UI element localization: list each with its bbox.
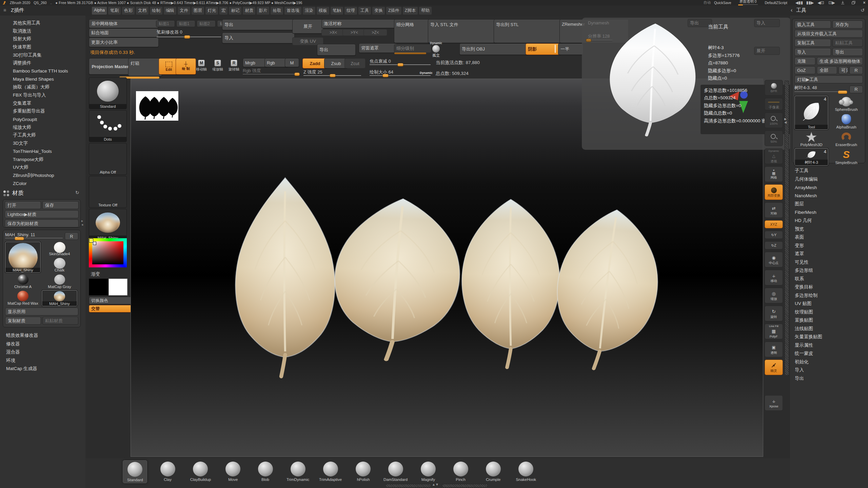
panel-expand-button[interactable]: 展开: [754, 47, 780, 55]
save-as-button[interactable]: 另存为: [832, 21, 863, 28]
tool-section-item[interactable]: 纹理贴图: [790, 308, 868, 317]
paste-material-button[interactable]: 粘贴材质: [42, 317, 78, 325]
next-ui-icon[interactable]: ▮▮▶: [806, 0, 814, 5]
menu-item[interactable]: 材质: [242, 6, 256, 15]
zplugin-menu-item[interactable]: 调整插件: [0, 59, 85, 67]
lightbox-button[interactable]: 灯箱: [128, 58, 162, 76]
rotate-axis-button[interactable]: R 旋转轴: [226, 60, 241, 72]
brush-item[interactable]: SnakeHook: [514, 460, 538, 483]
export-button-1[interactable]: 导出: [222, 19, 295, 30]
right-shelf-button[interactable]: 透明: [765, 342, 783, 357]
brush-item[interactable]: TrimDynamic: [286, 460, 310, 483]
copy-material-button[interactable]: 复制材质: [5, 317, 41, 325]
brush-selector-thumb[interactable]: Standard: [89, 77, 127, 109]
material-open-button[interactable]: 打开: [5, 201, 41, 209]
zplugin-menu-item[interactable]: 多重贴图导出器: [0, 107, 85, 116]
material-selector-thumb[interactable]: MAH_Shiny: [89, 209, 127, 241]
tool-section-item[interactable]: 图层: [790, 200, 868, 208]
tool-thumb[interactable]: S SimpleBrush: [829, 148, 863, 165]
sym-x-button[interactable]: >X<: [321, 29, 345, 36]
brush-item[interactable]: Clay: [156, 460, 180, 483]
shadow-slider-handle[interactable]: [555, 45, 556, 53]
import-stl-button[interactable]: 导入 STL 文件: [428, 19, 497, 43]
material-slider-handle[interactable]: [15, 237, 24, 240]
make-polymesh-button[interactable]: 生成 多边形网格物体: [817, 57, 863, 65]
menu-item[interactable]: 色彩: [122, 6, 135, 15]
menu-item[interactable]: 编辑: [163, 6, 177, 15]
right-shelf-button[interactable]: 幽灵: [765, 360, 783, 375]
tool-section-item[interactable]: 遮罩: [790, 250, 868, 258]
right-shelf-button[interactable]: Xpose: [765, 395, 783, 411]
panel-menu-icon[interactable]: ≡: [3, 7, 6, 13]
menu-item[interactable]: 帮助: [419, 6, 432, 15]
menu-item[interactable]: 笔刷: [108, 6, 121, 15]
tool-thumb[interactable]: EraserBrush: [829, 131, 863, 147]
rgb-intensity-slider[interactable]: [243, 74, 299, 75]
projection-master-button[interactable]: Projection Master: [89, 58, 132, 75]
resolution-handle[interactable]: [586, 39, 591, 42]
right-shelf-button[interactable]: ↻Y: [765, 231, 783, 239]
material-save-button[interactable]: 保存: [42, 201, 79, 209]
autosave-label[interactable]: 自动: [704, 0, 711, 5]
tool-section-item[interactable]: 多边形绘制: [790, 291, 868, 300]
paste-tool-button[interactable]: 粘贴工具: [832, 39, 863, 47]
stroke-selector-thumb[interactable]: Dots: [89, 110, 127, 142]
map-slot-button[interactable]: 贴图1: [156, 20, 175, 27]
material-thumb[interactable]: Chrome A: [5, 274, 41, 289]
dynamic-isolate-button[interactable]: Dynamic 孤立: [428, 41, 444, 61]
brush-modifier-handle[interactable]: [184, 35, 190, 39]
right-scrollbar[interactable]: [785, 81, 789, 375]
save-startup-material-button[interactable]: 保存为初始材质: [5, 220, 79, 227]
zplugin-menu-item[interactable]: 其他实用工具: [0, 19, 85, 27]
tool-thumb[interactable]: AlphaBrush: [829, 113, 863, 129]
import-tool-button[interactable]: 导入: [794, 48, 831, 56]
brush-item[interactable]: Magnify: [416, 460, 440, 483]
focal-shift-handle[interactable]: [397, 63, 403, 66]
tool-section-item[interactable]: 可见性: [790, 258, 868, 267]
menu-item[interactable]: 图层: [191, 6, 204, 15]
tray-scrollbar-right[interactable]: [442, 484, 488, 488]
tool-section-item[interactable]: 置换贴图: [790, 316, 868, 325]
alternate-button[interactable]: 交替: [89, 305, 132, 312]
zplugin-menu-item[interactable]: TonThienHai_Tools: [0, 147, 85, 156]
right-shelf-button[interactable]: 中心点: [765, 252, 783, 267]
tool-section-item[interactable]: HD 几何: [790, 217, 868, 225]
brush-item[interactable]: Crumple: [481, 460, 505, 483]
zplugin-menu-item[interactable]: 3D文字: [0, 139, 85, 147]
draw-size-slider[interactable]: [370, 75, 431, 76]
tool-thumb[interactable]: PolyMesh3D: [794, 131, 828, 147]
zplugin-menu-item[interactable]: 3D打印工具集: [0, 51, 85, 59]
zplugin-menu-item[interactable]: 抽取（减面）大师: [0, 83, 85, 92]
map-slot-button[interactable]: 贴图1: [176, 20, 195, 27]
material-thumb[interactable]: Chalk: [42, 258, 77, 272]
minimize-button[interactable]: [839, 1, 846, 4]
tool-section-item[interactable]: 联系: [790, 275, 868, 283]
snap-floor-button[interactable]: 贴合地面: [89, 28, 159, 37]
m-button[interactable]: M: [285, 58, 299, 67]
collapse-chevron-icon[interactable]: ‹: [791, 7, 792, 13]
zplugin-menu-item[interactable]: Bamboo Surface TTH tools: [0, 67, 85, 75]
draw-size-handle[interactable]: [382, 74, 389, 77]
menu-item[interactable]: 模板: [316, 6, 330, 15]
tool-section-item[interactable]: 几何体编辑: [790, 175, 868, 184]
restore-button[interactable]: [850, 1, 857, 4]
tray-scrollbar-left[interactable]: [386, 484, 431, 488]
move-axis-button[interactable]: M 移动轴: [194, 60, 209, 72]
brush-item[interactable]: Blob: [254, 460, 277, 483]
tray-divider-handle[interactable]: ▸◂: [81, 219, 83, 226]
tool-section-item[interactable]: 表面: [790, 233, 868, 242]
right-shelf-button[interactable]: 对称: [765, 202, 783, 218]
tool-r-button[interactable]: R: [849, 86, 863, 93]
material-section-item[interactable]: 环境: [0, 357, 85, 365]
menu-item[interactable]: 工具: [358, 6, 371, 15]
half-button[interactable]: 一半: [558, 43, 583, 55]
update-ratio-button[interactable]: 更新大小比率: [89, 38, 159, 47]
material-section-item[interactable]: 混合器: [0, 348, 85, 357]
rgb-intensity-handle[interactable]: [294, 73, 300, 76]
tool-thumb-leaf[interactable]: 4 树叶4-3: [794, 148, 828, 166]
menu-item[interactable]: 笔触: [330, 6, 343, 15]
quicksave-button[interactable]: QuickSave: [714, 1, 731, 5]
brush-item[interactable]: Pinch: [449, 460, 473, 483]
menu-item[interactable]: 首选项: [284, 6, 302, 15]
zplugin-menu-item[interactable]: 子工具大师: [0, 131, 85, 140]
